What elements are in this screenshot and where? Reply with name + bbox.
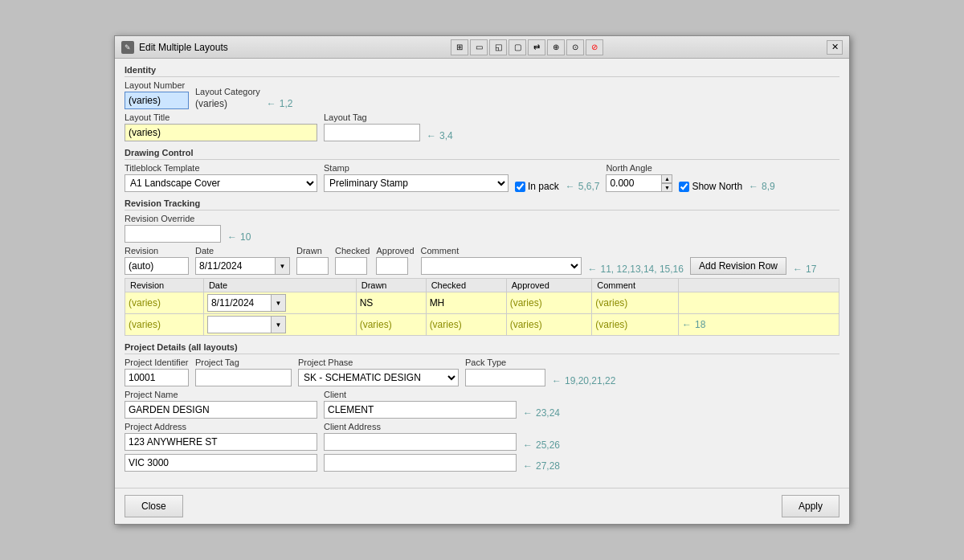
revision-input[interactable] (125, 257, 189, 275)
titleblock-label: Titleblock Template (125, 163, 317, 173)
row2-date-input[interactable] (207, 316, 272, 333)
date-container: ▼ (195, 257, 290, 275)
stamp-group: Stamp Preliminary Stamp (324, 163, 509, 192)
approved-field-label: Approved (376, 246, 414, 255)
project-name-label: Project Name (125, 390, 317, 399)
comment-field-group: Comment (421, 246, 582, 275)
drawn-field-group: Drawn (296, 246, 329, 275)
comment-field-label: Comment (421, 246, 582, 255)
arrow-left-icon-7: ← (793, 264, 803, 275)
col-header-comment: Comment (592, 279, 679, 292)
row2-drawn-value: (varies) (360, 319, 392, 330)
annotation-18: ← 18 (682, 319, 835, 330)
apply-button[interactable]: Apply (782, 495, 839, 517)
annotation-10: ← 10 (227, 231, 251, 243)
layout-category-value: (varies) (195, 98, 260, 109)
row2-date-dropdown[interactable]: ▼ (272, 316, 286, 333)
project-address-input[interactable] (125, 433, 317, 451)
annotation-1-2: ← 1,2 (267, 98, 293, 109)
spinbox-down-btn[interactable]: ▼ (661, 183, 672, 192)
date-dropdown-btn[interactable]: ▼ (276, 257, 290, 275)
col-header-checked: Checked (426, 279, 506, 292)
date-input[interactable] (195, 257, 276, 275)
project-details-label: Project Details (all layouts) (125, 342, 839, 354)
north-angle-spinbox: ▲ ▼ (661, 174, 672, 192)
layout-title-input[interactable] (125, 124, 317, 141)
row1-date: ▼ (203, 292, 356, 314)
spinbox-up-btn[interactable]: ▲ (661, 174, 672, 183)
client-address2-group (324, 454, 517, 472)
checked-input[interactable] (335, 257, 367, 275)
layout-number-input[interactable] (125, 92, 189, 109)
toolbar-btn-2[interactable]: ▭ (470, 39, 488, 55)
arrow-left-icon-11: ← (523, 439, 533, 451)
arrow-left-icon: ← (267, 98, 276, 109)
toolbar-btn-6[interactable]: ⊕ (547, 39, 565, 55)
row2-revision: (varies) (125, 314, 204, 336)
annotation-5-6-7: ← 5,6,7 (566, 181, 600, 192)
inpack-checkbox[interactable] (515, 182, 525, 192)
project-details-section: Project Details (all layouts) Project Id… (125, 342, 839, 472)
project-identifier-label: Project Identifier (125, 358, 189, 367)
row2-drawn: (varies) (356, 314, 426, 336)
identity-section: Identity Layout Number Layout Category (… (125, 65, 839, 141)
arrow-left-icon-3: ← (566, 181, 575, 192)
toolbar-btn-8[interactable]: ⊘ (586, 39, 603, 55)
client-address-input[interactable] (324, 433, 517, 451)
project-address2-input[interactable] (125, 454, 317, 472)
close-icon[interactable]: ✕ (827, 40, 843, 55)
date-field-group: Date ▼ (195, 246, 290, 275)
row1-revision: (varies) (125, 292, 204, 314)
toolbar-btn-4[interactable]: ▢ (509, 39, 526, 55)
show-north-label: Show North (692, 181, 742, 192)
close-button[interactable]: Close (125, 495, 183, 517)
layout-category-group: Layout Category (varies) (195, 87, 260, 109)
arrow-left-icon-9: ← (552, 375, 562, 386)
arrow-left-icon-6: ← (588, 264, 598, 275)
layout-tag-group: Layout Tag (324, 112, 420, 141)
layout-number-label: Layout Number (125, 80, 189, 90)
comment-select[interactable] (421, 257, 582, 275)
project-tag-input[interactable] (195, 369, 292, 386)
pack-type-input[interactable] (465, 369, 545, 386)
col-header-date: Date (203, 279, 356, 292)
project-name-input[interactable] (125, 401, 317, 419)
inpack-label: In pack (528, 181, 559, 192)
approved-field-group: Approved (376, 246, 414, 275)
toolbar-btn-1[interactable]: ⊞ (451, 39, 468, 55)
stamp-select[interactable]: Preliminary Stamp (324, 174, 509, 192)
row1-date-input[interactable] (207, 294, 272, 312)
arrow-left-icon-10: ← (523, 407, 533, 419)
revision-table: Revision Date Drawn Checked Approved Com… (125, 278, 839, 336)
date-field-label: Date (195, 246, 290, 255)
table-row: (varies) ▼ (varies) (125, 314, 839, 336)
revision-override-input[interactable] (125, 225, 221, 243)
row2-date-container: ▼ (207, 316, 353, 333)
row1-date-dropdown[interactable]: ▼ (272, 294, 286, 312)
drawing-control-label: Drawing Control (125, 148, 839, 160)
toolbar-btn-5[interactable]: ⇄ (528, 39, 545, 55)
revision-table-container: Revision Date Drawn Checked Approved Com… (125, 278, 839, 336)
project-phase-select[interactable]: SK - SCHEMATIC DESIGN (298, 369, 459, 386)
approved-input[interactable] (376, 257, 408, 275)
drawn-input[interactable] (296, 257, 329, 275)
drawn-field-label: Drawn (296, 246, 329, 255)
layout-title-label: Layout Title (125, 112, 317, 122)
row2-checked-value: (varies) (430, 319, 462, 330)
north-angle-input[interactable] (606, 174, 662, 192)
titleblock-select[interactable]: A1 Landscape Cover (125, 174, 317, 192)
layout-tag-label: Layout Tag (324, 112, 420, 122)
revision-field-label: Revision (125, 246, 189, 255)
window-title: Edit Multiple Layouts (139, 42, 228, 53)
project-tag-group: Project Tag (195, 358, 292, 386)
project-identifier-input[interactable] (125, 369, 189, 386)
client-address2-input[interactable] (324, 454, 517, 472)
client-input[interactable] (324, 401, 517, 419)
row2-comment-value: (varies) (595, 319, 627, 330)
show-north-checkbox[interactable] (679, 182, 689, 192)
toolbar-btn-7[interactable]: ⊙ (566, 39, 584, 55)
row1-comment: (varies) (592, 292, 679, 314)
toolbar-btn-3[interactable]: ◱ (489, 39, 507, 55)
layout-tag-input[interactable] (324, 124, 420, 141)
add-revision-row-button[interactable]: Add Revision Row (690, 257, 786, 275)
